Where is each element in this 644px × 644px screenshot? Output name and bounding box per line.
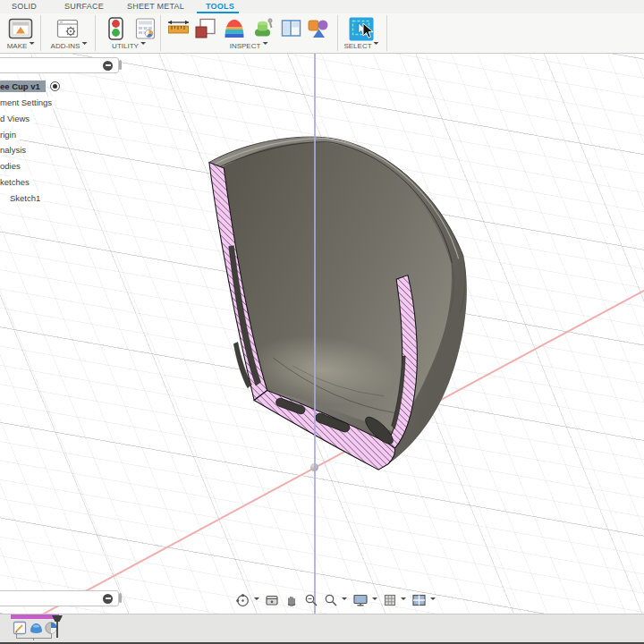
interference-icon[interactable] bbox=[193, 17, 218, 40]
timeline-playhead[interactable] bbox=[50, 614, 66, 640]
add-ins-icon[interactable] bbox=[55, 17, 80, 40]
browser-item-analysis[interactable]: nalysis bbox=[0, 140, 30, 157]
utility-group-label[interactable]: UTILITY bbox=[112, 42, 146, 50]
dropdown-arrow-icon bbox=[262, 42, 267, 47]
inspect-group-label[interactable]: INSPECT bbox=[230, 42, 268, 50]
tab-sheet-metal[interactable]: SHEET METAL bbox=[127, 2, 184, 11]
browser-item-label[interactable]: d Views bbox=[0, 113, 33, 124]
timeline-bar bbox=[0, 614, 644, 644]
activate-component-radio[interactable] bbox=[50, 81, 60, 91]
toolbar-divider bbox=[160, 15, 161, 51]
toolbar-divider bbox=[95, 15, 96, 51]
browser-item-sketch1[interactable]: Sketch1 bbox=[6, 189, 44, 205]
toolbar-divider bbox=[386, 15, 387, 51]
thread-analysis-icon[interactable] bbox=[251, 17, 276, 40]
calculator-icon[interactable] bbox=[133, 17, 157, 40]
browser-footer-bar[interactable] bbox=[0, 590, 119, 606]
orbit-button[interactable] bbox=[234, 593, 260, 608]
add-ins-group-label[interactable]: ADD-INS bbox=[51, 42, 88, 50]
zoom-button[interactable] bbox=[303, 593, 319, 607]
model-viewport[interactable] bbox=[0, 53, 644, 614]
dropdown-arrow-icon bbox=[254, 597, 259, 603]
browser-item-label[interactable]: rigin bbox=[0, 129, 20, 140]
look-at-icon bbox=[265, 593, 279, 607]
section-inspect-icon[interactable] bbox=[279, 17, 304, 40]
tab-surface[interactable]: SURFACE bbox=[64, 2, 104, 11]
collapse-panel-icon[interactable] bbox=[103, 594, 113, 604]
ribbon-toolbar: SOLID SURFACE SHEET METAL TOOLS MAKE ADD… bbox=[0, 0, 644, 54]
active-tab-underline bbox=[197, 12, 239, 14]
browser-item-label[interactable]: ment Settings bbox=[0, 97, 55, 108]
dropdown-arrow-icon bbox=[372, 597, 377, 603]
viewports-button[interactable] bbox=[411, 593, 436, 607]
browser-item-label[interactable]: odies bbox=[0, 160, 24, 172]
model-coffee-cup-section[interactable] bbox=[0, 53, 644, 614]
pan-button[interactable] bbox=[284, 593, 300, 607]
make-group-label[interactable]: MAKE bbox=[7, 42, 35, 50]
browser-resize-grip[interactable] bbox=[119, 60, 122, 70]
dropdown-arrow-icon bbox=[374, 42, 379, 47]
look-at-button[interactable] bbox=[264, 593, 280, 607]
dropdown-arrow-icon bbox=[29, 42, 34, 47]
browser-item-bodies[interactable]: odies bbox=[0, 157, 24, 173]
select-group-label[interactable]: SELECT bbox=[343, 42, 378, 50]
viewports-icon bbox=[411, 593, 427, 607]
pan-hand-icon bbox=[284, 593, 299, 607]
vertical-axis-line bbox=[314, 53, 316, 614]
toolbar-divider bbox=[337, 15, 338, 51]
dropdown-arrow-icon bbox=[430, 597, 436, 603]
grid-settings-button[interactable] bbox=[382, 593, 407, 607]
curvature-map-icon[interactable] bbox=[222, 17, 247, 40]
browser-item-label[interactable]: nalysis bbox=[0, 144, 30, 156]
grid-settings-icon bbox=[383, 593, 397, 607]
traffic-light-icon[interactable] bbox=[104, 17, 128, 40]
view-navigation-bar bbox=[234, 591, 436, 609]
ribbon-tab-row: SOLID SURFACE SHEET METAL TOOLS bbox=[0, 0, 644, 13]
display-settings-button[interactable] bbox=[352, 593, 378, 607]
browser-item-named-views[interactable]: d Views bbox=[0, 109, 33, 125]
tab-solid[interactable]: SOLID bbox=[12, 2, 37, 11]
zoom-window-icon bbox=[324, 593, 338, 607]
component-colors-icon[interactable] bbox=[306, 17, 331, 40]
browser-item-sketches[interactable]: ketches bbox=[0, 173, 33, 189]
tab-tools[interactable]: TOOLS bbox=[206, 2, 234, 11]
browser-item-label[interactable]: Sketch1 bbox=[6, 192, 44, 204]
browser-item-origin[interactable]: rigin bbox=[0, 125, 20, 141]
dropdown-arrow-icon bbox=[342, 597, 347, 603]
fusion360-window: { "ribbon": { "tabs": [ {"label": "SOLID… bbox=[0, 0, 644, 644]
measure-icon[interactable] bbox=[166, 17, 191, 40]
browser-item-label[interactable]: ketches bbox=[0, 176, 33, 188]
panel-resize-grip[interactable] bbox=[119, 593, 122, 603]
zoom-icon bbox=[304, 593, 318, 607]
dropdown-arrow-icon bbox=[140, 42, 146, 47]
zoom-fit-button[interactable] bbox=[323, 593, 348, 607]
browser-header-bar[interactable] bbox=[0, 57, 119, 73]
dropdown-arrow-icon bbox=[401, 597, 406, 603]
browser-item-document[interactable]: ee Cup v1 bbox=[0, 77, 60, 93]
browser-item-label[interactable]: ee Cup v1 bbox=[0, 80, 46, 92]
make-icon[interactable] bbox=[8, 17, 33, 40]
orbit-icon bbox=[235, 593, 250, 608]
mouse-cursor bbox=[361, 22, 376, 40]
timeline-group-bracket bbox=[16, 633, 52, 639]
dropdown-arrow-icon bbox=[81, 42, 87, 47]
display-settings-icon bbox=[352, 593, 369, 607]
browser-item-document-settings[interactable]: ment Settings bbox=[0, 93, 55, 109]
collapse-browser-icon[interactable] bbox=[103, 61, 113, 71]
toolbar-divider bbox=[40, 15, 41, 51]
